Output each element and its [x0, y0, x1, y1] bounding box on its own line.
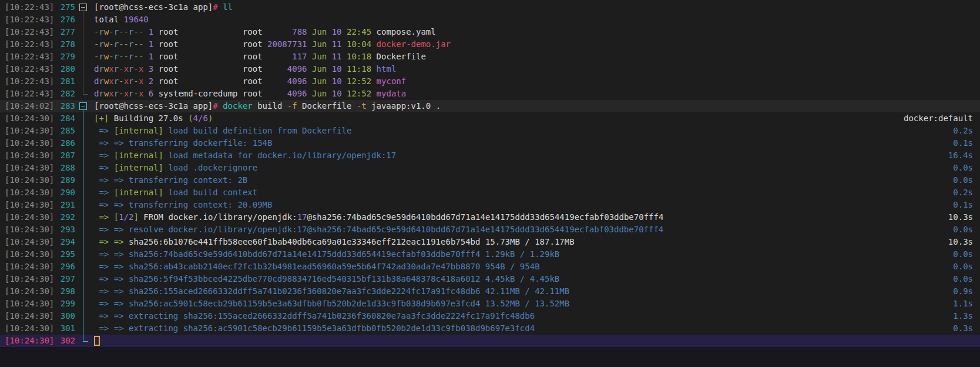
- timestamp: [10:22:43]: [0, 51, 56, 63]
- timestamp: [10:22:43]: [0, 14, 56, 26]
- collapse-toggle-icon[interactable]: [79, 4, 87, 11]
- step-duration: 0.0s: [953, 248, 980, 261]
- fold-guide: [75, 298, 94, 310]
- log-line: [10:24:30]290 => [internal] load build c…: [0, 186, 980, 199]
- log-line: [10:24:30]296 => => sha256:ab43cabb2140e…: [0, 261, 980, 273]
- step-duration: 0.0s: [953, 261, 980, 273]
- fold-guide-end: [83, 94, 88, 95]
- line-number: 278: [56, 38, 75, 51]
- fold-guide-line: [83, 162, 83, 174]
- fold-guide: [75, 51, 94, 63]
- line-number: 299: [56, 298, 75, 310]
- fold-guide: [75, 125, 94, 137]
- log-line: [10:24:30]289 => => transferring context…: [0, 174, 980, 186]
- step-duration: 16.4s: [948, 149, 980, 162]
- fold-guide-line: [83, 248, 83, 261]
- fold-guide: [75, 174, 94, 186]
- timestamp: [10:24:30]: [0, 125, 56, 137]
- step-duration: 0.2s: [953, 125, 980, 137]
- fold-guide: [75, 335, 94, 347]
- fold-guide-line: [83, 174, 83, 186]
- line-text: drwxr-xr-x 2 root root 4096 Jun 10 12:52…: [94, 75, 406, 88]
- log-line: [10:24:30]285 => [internal] load build d…: [0, 125, 980, 137]
- fold-column: [75, 100, 94, 112]
- line-number: 279: [56, 51, 75, 63]
- timestamp: [10:24:30]: [0, 112, 56, 125]
- line-text: => [internal] load metadata for docker.i…: [94, 149, 396, 162]
- log-line: [10:24:30]297 => => sha256:5f94f53bbced4…: [0, 273, 980, 285]
- line-text: => => transferring context: 20.09MB: [94, 199, 272, 211]
- fold-guide: [75, 137, 94, 149]
- line-number: 282: [56, 88, 75, 100]
- log-line: [10:24:30]284[+] Building 27.0s (4/6)doc…: [0, 112, 980, 125]
- collapse-toggle-icon[interactable]: [79, 102, 87, 110]
- fold-guide: [75, 149, 94, 162]
- fold-guide-line: [83, 186, 83, 199]
- log-line: [10:24:30]287 => [internal] load metadat…: [0, 149, 980, 162]
- fold-guide: [75, 223, 94, 236]
- fold-guide-line: [83, 149, 83, 162]
- step-duration: 0.0s: [953, 174, 980, 186]
- fold-guide-line: [83, 75, 83, 88]
- fold-guide: [75, 285, 94, 298]
- step-duration: 0.0s: [953, 223, 980, 236]
- line-text: => [internal] load .dockerignore: [94, 162, 257, 174]
- line-text: drwxr-xr-x 3 root root 4096 Jun 10 11:18…: [94, 63, 396, 75]
- fold-guide: [75, 112, 94, 125]
- minus-icon: [81, 106, 85, 106]
- line-text: => => sha256:155aced2666332ddff5a741b023…: [94, 285, 569, 298]
- line-number: 280: [56, 63, 75, 75]
- log-line: [10:24:30]301 => => extracting sha256:ac…: [0, 322, 980, 335]
- step-duration: 0.0s: [953, 273, 980, 285]
- fold-guide-line: [83, 38, 83, 51]
- line-number: 275: [56, 1, 75, 14]
- timestamp: [10:22:43]: [0, 88, 56, 100]
- log-line: [10:22:43]280drwxr-xr-x 3 root root 4096…: [0, 63, 980, 75]
- fold-guide-line: [83, 137, 83, 149]
- line-text: drwxr-xr-x 6 systemd-coredump root 4096 …: [94, 88, 406, 100]
- timestamp: [10:24:30]: [0, 322, 56, 335]
- timestamp: [10:24:30]: [0, 174, 56, 186]
- line-text: => [internal] load build context: [94, 186, 257, 199]
- line-number: 277: [56, 26, 75, 38]
- line-number: 285: [56, 125, 75, 137]
- timestamp: [10:22:43]: [0, 63, 56, 75]
- line-number: 300: [56, 310, 75, 322]
- log-line: [10:22:43]277-rw-r--r-- 1 root root 788 …: [0, 26, 980, 38]
- timestamp: [10:24:30]: [0, 335, 56, 347]
- log-line: [10:22:43]281drwxr-xr-x 2 root root 4096…: [0, 75, 980, 88]
- fold-guide-line: [83, 223, 83, 236]
- fold-guide-line: [83, 335, 83, 341]
- fold-guide: [75, 248, 94, 261]
- log-line: [10:24:30]288 => [internal] load .docker…: [0, 162, 980, 174]
- fold-guide: [75, 186, 94, 199]
- line-number: 301: [56, 322, 75, 335]
- timestamp: [10:22:43]: [0, 26, 56, 38]
- step-duration: 10.3s: [948, 211, 980, 223]
- line-text: => => transferring dockerfile: 154B: [94, 137, 272, 149]
- line-text: -rw-r--r-- 1 root root 117 Jun 11 10:18 …: [94, 51, 426, 63]
- fold-guide: [75, 322, 94, 335]
- fold-guide: [75, 211, 94, 223]
- log-line: [10:22:43]279-rw-r--r-- 1 root root 117 …: [0, 51, 980, 63]
- line-text: => => extracting sha256:ac5901c58ecb29b6…: [94, 322, 535, 335]
- log-line: [10:24:02]283[root@hcss-ecs-3c1a app]# d…: [0, 100, 980, 112]
- line-number: 298: [56, 285, 75, 298]
- fold-guide-end: [83, 341, 88, 342]
- fold-guide: [75, 273, 94, 285]
- timestamp: [10:22:43]: [0, 38, 56, 51]
- line-number: 293: [56, 223, 75, 236]
- line-number: 294: [56, 236, 75, 248]
- fold-guide-line: [83, 125, 83, 137]
- terminal[interactable]: [10:22:43]275[root@hcss-ecs-3c1a app]# l…: [0, 0, 980, 367]
- line-number: 296: [56, 261, 75, 273]
- timestamp: [10:24:02]: [0, 100, 56, 112]
- line-text: => => sha256:ab43cabb2140ecf2fc1b32b4981…: [94, 261, 540, 273]
- fold-guide-line: [83, 236, 83, 248]
- line-number: 288: [56, 162, 75, 174]
- fold-guide-line: [83, 199, 83, 211]
- line-text: => => sha256:5f94f53bbced4225dbe770cd988…: [94, 273, 559, 285]
- fold-guide-line: [83, 14, 83, 26]
- line-text: [94, 335, 100, 347]
- step-duration: 10.3s: [948, 236, 980, 248]
